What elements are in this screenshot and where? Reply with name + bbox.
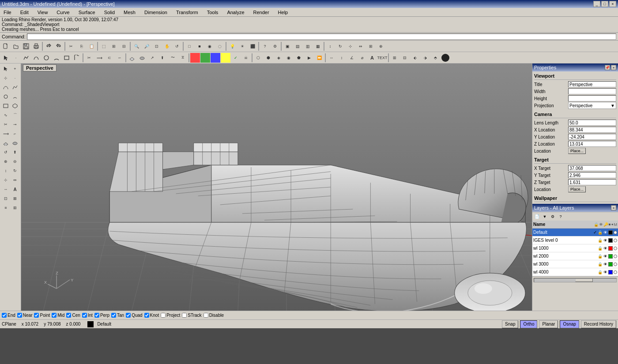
lt-split[interactable]: ⊸ <box>11 120 19 129</box>
layer-row-wl4000[interactable]: wl 4000 🔒 👁 <box>532 268 618 276</box>
tb-rotate[interactable]: ↻ <box>335 41 345 51</box>
layer-dot-wl3000[interactable] <box>614 263 617 266</box>
lt-surface1[interactable] <box>1 139 10 147</box>
tb-display3[interactable]: ▥ <box>303 41 313 51</box>
prop-width-value[interactable] <box>568 88 616 94</box>
menu-mesh[interactable]: Mesh <box>122 9 137 16</box>
lt-trim[interactable]: ✂ <box>1 120 10 129</box>
layers-settings-btn[interactable]: ⚙ <box>549 213 556 220</box>
lt-surface2[interactable] <box>11 139 19 147</box>
tb2-trim[interactable]: ✂ <box>84 53 94 63</box>
snap-project-checkbox[interactable] <box>161 313 166 318</box>
lt-move[interactable]: ↕ <box>1 166 10 175</box>
lt-grid[interactable]: ⊞ <box>11 203 19 212</box>
lt-mirror[interactable]: ⇔ <box>11 176 19 184</box>
layer-dot-iges[interactable] <box>614 239 617 242</box>
layer-row-wl2000[interactable]: wl 2000 🔒 👁 <box>532 252 618 260</box>
lock-icon-wl3000[interactable]: 🔒 <box>598 262 603 266</box>
tb2-dim3[interactable]: ∠ <box>347 53 357 63</box>
tb-save[interactable] <box>21 41 31 51</box>
lt-scale-btn[interactable]: ⊹ <box>1 176 10 184</box>
lt-points-off[interactable]: ⊠ <box>11 194 19 203</box>
prop-ztgt-value[interactable]: 1.631 <box>568 179 616 185</box>
lt-extrude[interactable]: ⬆ <box>11 148 19 157</box>
tb-cut[interactable]: ✂ <box>66 41 76 51</box>
tb-redo[interactable] <box>54 41 64 51</box>
tb2-color2[interactable] <box>200 53 210 63</box>
tb2-text[interactable]: A <box>367 53 377 63</box>
tb2-obj5[interactable]: ⬟ <box>294 53 304 63</box>
eye-icon-wl2000[interactable]: 👁 <box>603 254 607 259</box>
tb2-color4[interactable] <box>221 53 230 63</box>
lt-curve2[interactable] <box>11 83 19 92</box>
layer-row-default[interactable]: Default ✓ 🔒 👁 <box>532 229 618 236</box>
snap-near-checkbox[interactable] <box>17 313 22 318</box>
lt-extend[interactable]: ⟶ <box>1 129 10 138</box>
layers-filter-btn[interactable]: ▼ <box>541 213 548 220</box>
tb-array[interactable]: ⊞ <box>366 41 376 51</box>
tb2-mesh3[interactable]: ⬖ <box>410 53 420 63</box>
lt-curve1[interactable] <box>1 83 10 92</box>
tb-scale[interactable]: ⊹ <box>346 41 355 51</box>
tb2-dim4[interactable]: ⌀ <box>357 53 367 63</box>
tb-invert[interactable]: ⊟ <box>119 41 129 51</box>
eye-icon-iges[interactable]: 👁 <box>603 238 607 243</box>
menu-solid[interactable]: Solid <box>102 9 117 16</box>
layers-new-btn[interactable]: 📄 <box>533 213 540 220</box>
prop-projection-dropdown[interactable]: Perspective ▼ <box>568 102 616 109</box>
tb-display2[interactable]: ▤ <box>293 41 302 51</box>
lt-boolean-union[interactable]: ⊕ <box>1 157 10 166</box>
tb-print[interactable] <box>31 41 41 51</box>
tb2-revolve[interactable]: ↗ <box>147 53 157 63</box>
minimize-button[interactable]: _ <box>593 1 600 7</box>
eye-icon-wl1000[interactable]: 👁 <box>603 246 607 251</box>
panel-scrollbar[interactable] <box>532 276 618 283</box>
tb-zoom-in[interactable]: 🔍 <box>132 41 141 51</box>
color-swatch-wl3000[interactable] <box>608 262 613 266</box>
tb-mirror[interactable]: ⇔ <box>356 41 366 51</box>
tb-copy[interactable]: ⎘ <box>76 41 86 51</box>
tb-zoom-extents[interactable]: ⊡ <box>152 41 162 51</box>
layer-dot-wl1000[interactable] <box>614 247 617 250</box>
tb2-offset[interactable]: ⊂ <box>105 53 114 63</box>
maximize-button[interactable]: □ <box>601 1 608 7</box>
lt-dim[interactable]: ↔ <box>1 185 10 194</box>
lt-rotate3d[interactable]: ↻ <box>11 166 19 175</box>
snap-toggle[interactable]: Snap <box>502 320 518 328</box>
tb2-mesh5[interactable]: ⬘ <box>430 53 440 63</box>
menu-render[interactable]: Render <box>252 9 271 16</box>
tb2-fillet[interactable] <box>72 53 82 63</box>
eye-icon-wl4000[interactable]: 👁 <box>603 270 607 274</box>
tb-rendered[interactable]: ◉ <box>205 41 215 51</box>
tb2-text2[interactable]: TEXT <box>377 53 387 63</box>
snap-cen-checkbox[interactable] <box>66 313 71 318</box>
tb2-extrude[interactable]: ⬆ <box>158 53 167 63</box>
lt-arc[interactable] <box>11 92 19 101</box>
tb2-mesh4[interactable]: ⬗ <box>420 53 430 63</box>
tb2-obj3[interactable]: ◈ <box>274 53 283 63</box>
menu-tools[interactable]: Tools <box>205 9 220 16</box>
menu-dimension[interactable]: Dimension <box>143 9 169 16</box>
lt-select[interactable] <box>1 64 10 73</box>
menu-surface[interactable]: Surface <box>77 9 97 16</box>
layer-row-wl1000[interactable]: wl 1000 🔒 👁 <box>532 244 618 252</box>
snap-perp-checkbox[interactable] <box>94 313 99 318</box>
tb2-select-arrow[interactable] <box>1 53 11 63</box>
lt-circle[interactable] <box>1 92 10 101</box>
menu-edit[interactable]: Edit <box>19 9 30 16</box>
prop-xcam-value[interactable]: 88.344 <box>568 127 616 133</box>
prop-zcam-value[interactable]: 13.014 <box>568 141 616 147</box>
planar-toggle[interactable]: Planar <box>539 320 558 328</box>
prop-title-value[interactable]: Perspective <box>568 81 616 87</box>
menu-transform[interactable]: Transform <box>174 9 200 16</box>
viewport[interactable]: Perspective <box>21 64 532 311</box>
lock-icon-wl4000[interactable]: 🔒 <box>598 270 603 274</box>
lt-point1[interactable]: ⊹ <box>1 74 10 83</box>
tb2-surface2[interactable] <box>137 53 147 63</box>
prop-camloc-btn[interactable]: Place... <box>568 148 586 154</box>
tb2-surface1[interactable] <box>127 53 137 63</box>
tb2-blend[interactable]: ∽ <box>115 53 124 63</box>
tb2-render1[interactable]: ▶ <box>304 53 314 63</box>
record-history-btn[interactable]: Record History <box>581 320 616 328</box>
tb2-mesh2[interactable]: ⊟ <box>400 53 410 63</box>
